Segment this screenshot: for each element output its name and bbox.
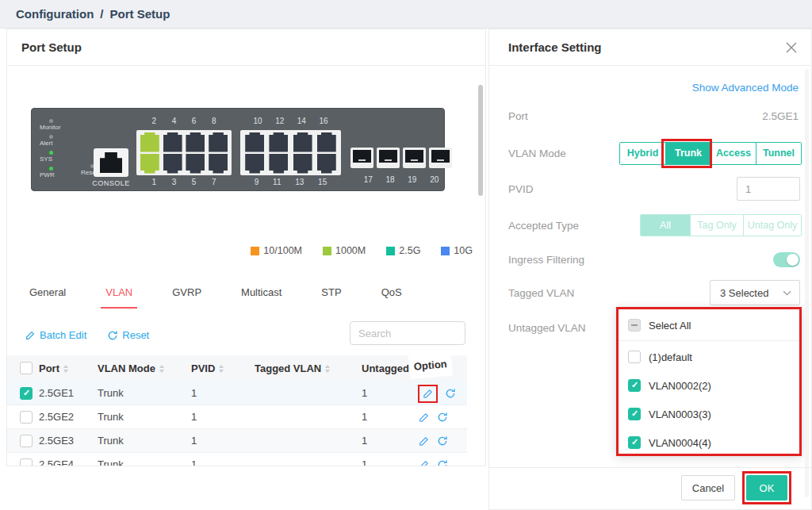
left-panel-scrollbar[interactable] — [478, 85, 483, 196]
table-header: Port VLAN Mode PVID Tagged VLAN Untagged… — [7, 355, 467, 382]
column-header-vlan-mode[interactable]: VLAN Mode — [98, 355, 164, 382]
pencil-icon — [422, 388, 434, 400]
cell-untagged-vlan: 1 — [362, 382, 367, 405]
rj45-port-col[interactable] — [269, 132, 288, 174]
sort-icon[interactable] — [63, 365, 68, 373]
column-header-pvid[interactable]: PVID — [191, 355, 224, 382]
tab-multicast[interactable]: Multicast — [236, 280, 286, 309]
table-row[interactable]: 2.5GE4 Trunk 1 1 — [7, 453, 467, 466]
edit-row-button[interactable] — [418, 412, 430, 424]
table-row[interactable]: 2.5GE1 Trunk 1 1 — [7, 382, 467, 405]
select-all-option[interactable]: Select All — [628, 316, 691, 334]
refresh-row-button[interactable] — [437, 435, 448, 447]
tab-general[interactable]: General — [25, 280, 71, 309]
rj45-port-col[interactable] — [317, 132, 336, 174]
vlan-checkbox[interactable] — [628, 436, 641, 449]
breadcrumb-section[interactable]: Configuration — [16, 7, 94, 21]
page: Configuration / Port Setup Port Setup Mo… — [0, 0, 812, 510]
vlan-checkbox[interactable] — [628, 351, 641, 363]
row-checkbox[interactable] — [20, 458, 33, 466]
toggle-knob — [787, 254, 799, 266]
reset-button[interactable]: Reset — [107, 329, 149, 341]
vlan-checkbox[interactable] — [628, 379, 641, 392]
row-checkbox[interactable] — [20, 435, 33, 447]
rj45-port-col[interactable] — [140, 132, 159, 174]
edit-button-highlighted[interactable] — [418, 385, 438, 403]
batch-edit-button[interactable]: Batch Edit — [25, 329, 86, 341]
column-header-tagged-vlan[interactable]: Tagged VLAN — [255, 355, 330, 382]
refresh-row-button[interactable] — [437, 412, 448, 423]
tab-gvrp[interactable]: GVRP — [167, 280, 206, 309]
rj45-port-col[interactable] — [293, 132, 312, 174]
accepted-type-tag-only-button: Tag Only — [690, 215, 743, 236]
port-number: 13 — [295, 178, 304, 186]
port-number: 6 — [192, 117, 197, 125]
led-label: PWR — [40, 171, 79, 178]
legend-swatch-10-100m — [251, 247, 259, 255]
rj45-port-col[interactable] — [163, 132, 182, 174]
refresh-row-button[interactable] — [445, 388, 456, 399]
port-number: 3 — [172, 178, 177, 186]
tab-vlan[interactable]: VLAN — [101, 280, 137, 309]
accepted-type-field-label: Accepted Type — [508, 220, 579, 232]
sort-icon[interactable] — [219, 365, 224, 373]
port-number: 9 — [255, 178, 259, 186]
legend-swatch-1000m — [323, 247, 331, 255]
show-advanced-mode-link[interactable]: Show Advanced Mode — [692, 82, 799, 94]
vlan-checkbox[interactable] — [628, 408, 641, 420]
pvid-input[interactable] — [737, 177, 800, 201]
port-setup-header: Port Setup — [7, 29, 485, 66]
vlan-mode-hybrid-button[interactable]: Hybrid — [620, 143, 665, 164]
tab-stp[interactable]: STP — [316, 280, 346, 309]
accepted-type-untag-only-button: Untag Only — [743, 215, 801, 236]
vlan-mode-trunk-button[interactable]: Trunk — [665, 143, 710, 164]
select-all-checkbox[interactable] — [628, 319, 641, 332]
search-input[interactable] — [350, 321, 465, 345]
row-checkbox[interactable] — [20, 411, 33, 424]
vlan-option-label: VLAN0002(2) — [649, 380, 711, 392]
right-panel-scrollbar[interactable] — [805, 69, 809, 497]
vlan-mode-tunnel-button[interactable]: Tunnel — [756, 143, 801, 164]
column-header-port[interactable]: Port — [39, 355, 68, 382]
port-number: 4 — [172, 117, 177, 125]
table-row[interactable]: 2.5GE3 Trunk 1 1 — [7, 429, 467, 453]
vlan-mode-access-button[interactable]: Access — [710, 143, 756, 164]
pencil-icon — [25, 330, 36, 341]
sfp-port[interactable] — [429, 148, 452, 168]
sfp-port[interactable] — [377, 148, 400, 168]
led-pwr: PWR — [40, 167, 79, 182]
sort-icon[interactable] — [159, 365, 164, 373]
ingress-filtering-toggle[interactable] — [773, 252, 800, 267]
led-monitor: Monitor — [40, 119, 79, 135]
table-row[interactable]: 2.5GE2 Trunk 1 1 — [7, 405, 467, 429]
tagged-vlan-select-value: 3 Selected — [720, 287, 768, 299]
port-number: 12 — [275, 117, 284, 125]
refresh-row-button[interactable] — [437, 459, 448, 466]
vlan-option-vlan0004[interactable]: VLAN0004(4) — [628, 434, 711, 451]
rj45-port-col[interactable] — [186, 132, 205, 174]
tab-qos[interactable]: QoS — [377, 280, 407, 309]
port-numbers-bottom-2: 9 11 13 15 — [240, 178, 341, 186]
ingress-filtering-field-label: Ingress Filtering — [508, 254, 584, 266]
rj45-port-col[interactable] — [209, 132, 228, 174]
edit-row-button[interactable] — [418, 435, 430, 447]
sort-icon[interactable] — [325, 365, 330, 373]
legend-label: 2.5G — [399, 245, 420, 256]
close-icon[interactable] — [786, 42, 797, 53]
vlan-option-vlan0003[interactable]: VLAN0003(3) — [628, 405, 711, 423]
sfp-port[interactable] — [350, 148, 373, 168]
tagged-vlan-select[interactable]: 3 Selected — [710, 280, 800, 305]
row-checkbox[interactable] — [20, 387, 33, 400]
breadcrumb-page: Port Setup — [110, 7, 170, 21]
edit-row-button[interactable] — [418, 459, 430, 467]
column-header-option: Option — [408, 352, 453, 380]
port-field-label: Port — [508, 110, 528, 122]
ok-button[interactable]: OK — [746, 475, 787, 500]
vlan-option-vlan0002[interactable]: VLAN0002(2) — [628, 377, 711, 394]
vlan-option-default[interactable]: (1)default — [628, 348, 692, 366]
select-all-checkbox[interactable] — [20, 362, 33, 374]
legend-item: 10/100M — [251, 245, 302, 256]
rj45-port-col[interactable] — [245, 132, 264, 174]
sfp-port[interactable] — [403, 148, 426, 168]
cancel-button[interactable]: Cancel — [681, 475, 735, 500]
